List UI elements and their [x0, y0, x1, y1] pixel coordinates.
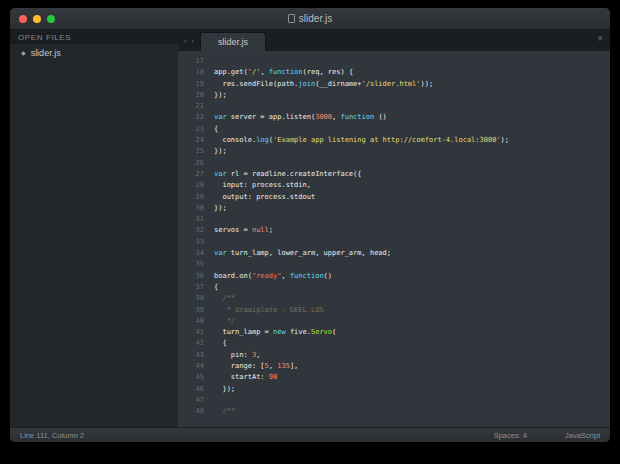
code-line-text: board.on("ready", function() [214, 271, 332, 282]
line-number: 22 [178, 112, 214, 123]
code-line[interactable]: 46 }); [178, 384, 610, 395]
file-bullet-icon: ◆ [21, 49, 26, 56]
code-line[interactable]: 30}); [178, 203, 610, 214]
code-line[interactable]: 34var turn_lamp, lower_arm, upper_arm, h… [178, 248, 610, 259]
line-number: 45 [178, 372, 214, 383]
line-number: 37 [178, 282, 214, 293]
syntax-language[interactable]: JavaScript [565, 431, 600, 440]
code-line[interactable]: 45 startAt: 90 [178, 372, 610, 383]
line-number: 43 [178, 350, 214, 361]
code-line-text: res.sendFile(path.join(__dirname+'/slide… [214, 79, 433, 90]
code-line[interactable]: 39 * draaiplato - GEEL LOS [178, 305, 610, 316]
code-line[interactable]: 19 res.sendFile(path.join(__dirname+'/sl… [178, 79, 610, 90]
code-line-text: }); [214, 384, 235, 395]
line-number: 35 [178, 259, 214, 270]
code-line[interactable]: 17 [178, 56, 610, 67]
line-number: 38 [178, 293, 214, 304]
tab-scroll-left-icon[interactable]: ‹ [184, 36, 187, 46]
code-line[interactable]: 32servos = null; [178, 225, 610, 236]
code-line[interactable]: 48 /** [178, 406, 610, 417]
code-line[interactable]: 28 input: process.stdin, [178, 180, 610, 191]
code-line[interactable]: 25}); [178, 146, 610, 157]
code-line-text: /** [214, 293, 235, 304]
code-line[interactable]: 21 [178, 101, 610, 112]
indentation-setting[interactable]: Spaces: 4 [494, 431, 527, 440]
code-area[interactable]: 1718app.get('/', function(req, res) {19 … [178, 51, 610, 427]
tabbar-close-icon[interactable]: × [597, 34, 603, 44]
line-number: 21 [178, 101, 214, 112]
line-number: 42 [178, 338, 214, 349]
code-line-text: console.log('Example app listening at ht… [214, 135, 509, 146]
close-button[interactable] [19, 15, 27, 23]
code-line-text: { [214, 338, 227, 349]
code-line-text: }); [214, 146, 227, 157]
code-line-text: */ [214, 316, 235, 327]
code-line[interactable]: 35 [178, 259, 610, 270]
code-line-text: pin: 3, [214, 350, 260, 361]
code-line[interactable]: 43 pin: 3, [178, 350, 610, 361]
code-line-text: }); [214, 203, 227, 214]
code-line[interactable]: 18app.get('/', function(req, res) { [178, 67, 610, 78]
line-number: 32 [178, 225, 214, 236]
code-line[interactable]: 42 { [178, 338, 610, 349]
code-line[interactable]: 20}); [178, 90, 610, 101]
code-line-text: /** [214, 406, 235, 417]
line-number: 27 [178, 169, 214, 180]
line-number: 24 [178, 135, 214, 146]
line-number: 34 [178, 248, 214, 259]
code-line[interactable]: 38 /** [178, 293, 610, 304]
tab-label: slider.js [218, 37, 248, 47]
window-title-area: slider.js [10, 8, 610, 29]
code-line[interactable]: 27var rl = readline.createInterface({ [178, 169, 610, 180]
line-number: 47 [178, 395, 214, 406]
code-line[interactable]: 29 output: process.stdout [178, 192, 610, 203]
sidebar: OPEN FILES ◆ slider.js [10, 30, 178, 427]
code-line-text: * draaiplato - GEEL LOS [214, 305, 324, 316]
line-number: 17 [178, 56, 214, 67]
window-title: slider.js [299, 13, 332, 24]
line-number: 44 [178, 361, 214, 372]
code-line[interactable]: 23{ [178, 124, 610, 135]
code-line[interactable]: 22var server = app.listen(3000, function… [178, 112, 610, 123]
line-number: 25 [178, 146, 214, 157]
line-number: 33 [178, 237, 214, 248]
code-line[interactable]: 33 [178, 237, 610, 248]
code-line-text: { [214, 124, 218, 135]
code-line[interactable]: 40 */ [178, 316, 610, 327]
code-line-text: app.get('/', function(req, res) { [214, 67, 353, 78]
document-icon [288, 14, 295, 23]
code-line-text: startAt: 90 [214, 372, 277, 383]
code-line[interactable]: 24 console.log('Example app listening at… [178, 135, 610, 146]
sidebar-item-slider-js[interactable]: ◆ slider.js [10, 44, 178, 61]
main-area: OPEN FILES ◆ slider.js ‹ › slider.js × 1… [10, 30, 610, 427]
code-line-text: turn_lamp = new five.Servo( [214, 327, 336, 338]
status-right: Spaces: 4 JavaScript [494, 431, 600, 440]
line-number: 40 [178, 316, 214, 327]
line-number: 41 [178, 327, 214, 338]
line-number: 29 [178, 192, 214, 203]
line-number: 46 [178, 384, 214, 395]
editor-column: ‹ › slider.js × 1718app.get('/', functio… [178, 30, 610, 427]
code-line-text: servos = null; [214, 225, 273, 236]
zoom-button[interactable] [47, 15, 55, 23]
code-line[interactable]: 36board.on("ready", function() [178, 271, 610, 282]
traffic-lights [10, 15, 55, 23]
minimize-button[interactable] [33, 15, 41, 23]
code-line[interactable]: 41 turn_lamp = new five.Servo( [178, 327, 610, 338]
title-bar[interactable]: slider.js [10, 8, 610, 30]
code-line[interactable]: 26 [178, 158, 610, 169]
cursor-position[interactable]: Line 111, Column 2 [20, 431, 84, 440]
code-line[interactable]: 44 range: [5, 135], [178, 361, 610, 372]
code-line-text: output: process.stdout [214, 192, 315, 203]
code-line[interactable]: 37{ [178, 282, 610, 293]
line-number: 26 [178, 158, 214, 169]
code-line-text: var server = app.listen(3000, function (… [214, 112, 387, 123]
code-line[interactable]: 31 [178, 214, 610, 225]
line-number: 31 [178, 214, 214, 225]
tab-scroll-right-icon[interactable]: › [191, 36, 194, 46]
line-number: 28 [178, 180, 214, 191]
tab-slider-js[interactable]: slider.js [200, 32, 266, 51]
code-line[interactable]: 47 [178, 395, 610, 406]
code-line-text: input: process.stdin, [214, 180, 311, 191]
editor-window: slider.js OPEN FILES ◆ slider.js ‹ › sli… [10, 8, 610, 442]
